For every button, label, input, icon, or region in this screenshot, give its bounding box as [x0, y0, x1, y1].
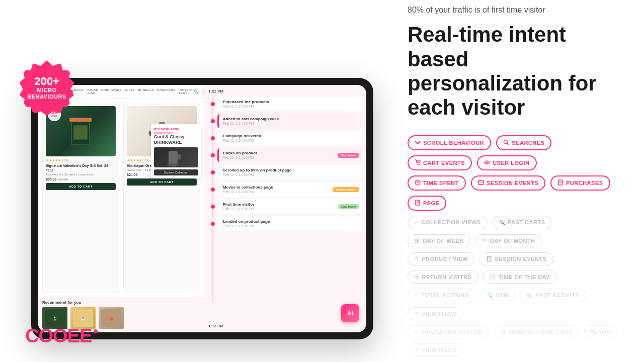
timeline-dot-4	[211, 153, 215, 157]
remove-cart-tag-icon: 🛒	[501, 329, 507, 334]
time-day-tag-icon: 📄	[490, 274, 496, 280]
tag-utm-2[interactable]: 🔍 UTM	[584, 325, 619, 338]
os-tag-icon: ⏱	[414, 329, 420, 334]
tag-user-login[interactable]: USER LOGIN	[477, 155, 536, 170]
view-items-tag-icon: 👁	[414, 311, 420, 316]
activity-list: Purchased the products Feb 12, 1:14:26 P…	[217, 97, 362, 231]
cooee-dot	[94, 329, 98, 333]
tag-label-user-login: USER LOGIN	[493, 160, 529, 166]
tag-label-cart-events: CART EVENTS	[423, 160, 465, 166]
tag-label-scroll: SCROLL BEHAVIOUR	[423, 140, 484, 146]
tag-page[interactable]: PAGE	[408, 196, 446, 211]
svg-point-18	[504, 140, 508, 143]
drinkware-svg	[161, 148, 191, 166]
recommend-title: Recommend for you	[42, 300, 200, 305]
tag-remove-from-cart[interactable]: 🛒 REMOVE FROM CART	[494, 325, 579, 338]
tag-session-events-2[interactable]: 📋 SESSION EVENTS	[479, 252, 553, 265]
tea-box-svg	[67, 115, 95, 148]
product-prices-1: $36.99 $99.99	[46, 177, 116, 181]
tag-view-items[interactable]: 👁 VIEW ITEMS	[408, 307, 463, 320]
add-to-cart-btn-1[interactable]: ADD TO CART	[46, 183, 116, 190]
tags-row-6: ⏱ OPERATING SYSTEM 🛒 REMOVE FROM CART 🔍 …	[408, 325, 619, 356]
page-tag-icon	[415, 200, 421, 207]
tag-label-day-of-month: DAY OF MONTH	[490, 238, 535, 244]
tag-label-purchases: PURCHASES	[566, 180, 603, 186]
tag-utm[interactable]: 🔍 UTM	[480, 289, 515, 302]
tag-label-view-items: VIEW ITEMS	[422, 311, 457, 317]
explore-btn[interactable]: Explore Collection	[154, 169, 198, 175]
total-actions-icon: ✓	[414, 292, 419, 299]
tag-view-items-2[interactable]: 👁 VIEW ITEMS	[408, 343, 463, 356]
tag-time-spent[interactable]: TIME SPENT	[408, 175, 466, 191]
tag-past-activity[interactable]: 🛒 PAST ACTIVITY	[520, 289, 586, 302]
search-icon[interactable]: 🔍	[193, 88, 200, 95]
activity-wrapper-4: Clicks on product Feb 12, 1:14:26 PM Hig…	[217, 148, 362, 162]
timeline-dot-5	[211, 170, 215, 174]
tag-label-session-events-2: SESSION EVENTS	[495, 256, 547, 262]
nav-instant: INSTANT TEAS	[179, 88, 193, 95]
medium-intent-badge: Medium intent	[333, 187, 359, 192]
activity-title-2: Added to cart campaign click	[223, 117, 358, 121]
activity-date-5: Feb 12, 1:14:03 PM	[223, 173, 358, 176]
tag-label-page: PAGE	[423, 200, 439, 206]
tag-label-searches: SEARCHES	[512, 140, 544, 146]
tag-scroll-behaviour[interactable]: SCROLL BEHAVIOUR	[408, 135, 491, 150]
promo-heading: Cool & Classy DRINKWARE	[154, 134, 198, 145]
tag-operating-system[interactable]: ⏱ OPERATING SYSTEM	[408, 325, 489, 338]
activity-title-1: Purchased the products	[223, 100, 358, 104]
cooee-text: COOEE	[25, 325, 92, 347]
feature-tags: SCROLL BEHAVIOUR SEARCHES CART EVENTS US…	[408, 135, 619, 356]
tag-purchases[interactable]: PURCHASES	[550, 175, 610, 191]
product-name-1: Signature Valentine's Day Gift Set, 24 T…	[46, 163, 116, 172]
price-old-1: $99.99	[58, 178, 67, 181]
tag-searches[interactable]: SEARCHES	[496, 135, 551, 150]
activity-title-5: Scrolled up to 89% on product page	[223, 168, 358, 172]
svg-point-21	[419, 164, 420, 165]
tag-product-view[interactable]: ⏱ PRODUCT VIEW	[408, 252, 474, 265]
product-card-1: 35%OFF ★★★★★ (76)	[42, 103, 119, 293]
store-header-icons: 🔍 👤 🛒	[193, 88, 204, 95]
product-view-tag-icon: ⏱	[414, 256, 420, 261]
activity-title-3: Campaign delivered	[223, 134, 358, 138]
purchases-tag-icon	[557, 179, 564, 187]
utm-2-tag-icon: 🔍	[591, 329, 597, 334]
promo-image	[154, 147, 198, 167]
tag-collection-views[interactable]: ✓ COLLECTION VIEWS	[408, 216, 488, 229]
tag-label-past-activity: PAST ACTIVITY	[535, 292, 580, 298]
tag-label-return-visitrs: RETURN VISITRS	[422, 274, 472, 280]
left-section: 200+ MICRO BEHAVIOURS VAHDAM BAGS LOOSE …	[0, 0, 382, 362]
nav-drinkware: DRINKWARE	[101, 88, 122, 95]
activity-item-5: Scrolled up to 89% on product page Feb 1…	[217, 165, 362, 179]
tag-day-of-month[interactable]: 👁 DAY OF MONTH	[475, 234, 541, 247]
search-tag-icon	[503, 139, 509, 146]
rec-item-3-svg: 🫖	[99, 307, 124, 329]
svg-rect-25	[478, 180, 484, 185]
timeline-dot-3	[211, 136, 215, 140]
collection-tag-icon: ✓	[414, 219, 419, 226]
activity-item-4: Clicks on product Feb 12, 1:14:26 PM Hig…	[217, 148, 362, 162]
cart-tag-icon	[415, 159, 421, 166]
tag-past-carts[interactable]: 🔍 PAST CARTS	[493, 216, 552, 229]
tag-time-of-day[interactable]: 📄 TIME OF THE DAY	[483, 270, 556, 284]
low-intent-badge: Low intent	[338, 204, 359, 209]
tag-cart-events[interactable]: CART EVENTS	[408, 155, 472, 170]
tag-session-events[interactable]: SESSION EVENTS	[471, 175, 545, 191]
ai-badge: AI	[341, 304, 359, 322]
tablet-mockup: VAHDAM BAGS LOOSE LEAF DRINKWARE GIFTS B…	[31, 78, 373, 339]
badge-number: 200+	[34, 76, 59, 87]
add-to-cart-btn-2[interactable]: ADD TO CART	[127, 178, 197, 186]
time-bottom-label: 1:12 PM	[208, 324, 362, 328]
product-grid: 35%OFF ★★★★★ (76)	[38, 99, 204, 297]
timeline-dot-2	[211, 119, 215, 123]
tag-label-past-carts: PAST CARTS	[508, 219, 545, 225]
tag-total-actions[interactable]: ✓ TOTAL ACTIONS	[408, 289, 475, 302]
tag-day-of-week[interactable]: 🛒 DAY OF WEEK	[408, 234, 470, 247]
tags-row-1: SCROLL BEHAVIOUR SEARCHES CART EVENTS US…	[408, 135, 619, 170]
timeline-dot-8	[211, 222, 215, 226]
tag-return-visitrs[interactable]: 🛍 RETURN VISITRS	[408, 270, 478, 284]
svg-text:☕: ☕	[80, 316, 86, 321]
activity-panel: 1:21 PM Purchased the products Feb 12, 1…	[204, 85, 366, 332]
store-panel: VAHDAM BAGS LOOSE LEAF DRINKWARE GIFTS B…	[38, 85, 204, 332]
svg-text:🫖: 🫖	[109, 316, 114, 321]
tag-label-remove-from-cart: REMOVE FROM CART	[510, 329, 573, 335]
